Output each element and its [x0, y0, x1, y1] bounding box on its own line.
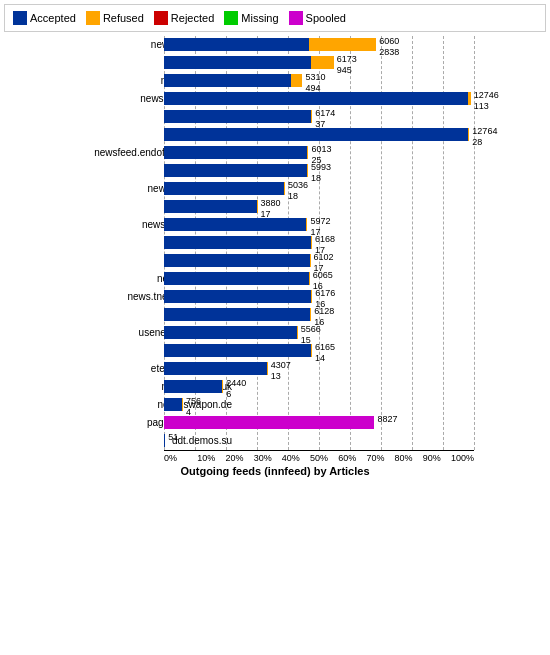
x-axis-label: 80% [390, 453, 418, 463]
legend-refused: Refused [86, 11, 144, 25]
bar-segment [307, 164, 308, 177]
x-axis: 0%10%20%30%40%50%60%70%80%90%100% [164, 450, 474, 463]
bar-area [164, 182, 474, 195]
bar-segment [311, 290, 312, 303]
table-row: newsfeed.xs3.de606516 [4, 270, 546, 287]
bar-segment [164, 362, 267, 375]
missing-swatch [224, 11, 238, 25]
table-row: newsfeed.bofh.team597217 [4, 216, 546, 233]
rejected-swatch [154, 11, 168, 25]
chart-area: news.chmurka.net60602838utnut6173945news… [4, 36, 546, 477]
bar-segment [311, 236, 312, 249]
bar-segment [468, 128, 469, 141]
rejected-label: Rejected [171, 12, 214, 24]
bar-segment [164, 164, 307, 177]
spooled-label: Spooled [306, 12, 346, 24]
bar-segment [164, 92, 468, 105]
legend-missing: Missing [224, 11, 278, 25]
refused-label: Refused [103, 12, 144, 24]
x-axis-label: 50% [305, 453, 333, 463]
bar-segment [267, 362, 268, 375]
table-row: news.ausics.net5310494 [4, 72, 546, 89]
bar-segment [164, 326, 297, 339]
x-axis-label: 10% [192, 453, 220, 463]
bar-segment [164, 218, 306, 231]
accepted-swatch [13, 11, 27, 25]
table-row: utnut6173945 [4, 54, 546, 71]
table-row: news.hispagatos.org12746113 [4, 90, 546, 107]
bar-segment [164, 38, 309, 51]
legend: Accepted Refused Rejected Missing Spoole… [4, 4, 546, 32]
table-row: mb-net.net612816 [4, 306, 546, 323]
bar-segment [182, 398, 183, 411]
table-row: weretis.net388017 [4, 198, 546, 215]
bar-area [164, 92, 474, 105]
bar-segment [306, 218, 307, 231]
table-row: news.nntp4.net1276428 [4, 126, 546, 143]
table-row: paganini.bofh.team8827 [4, 414, 546, 431]
x-axis-label: 0% [164, 453, 192, 463]
chart-container: Accepted Refused Rejected Missing Spoole… [0, 4, 550, 655]
bar-area [164, 398, 474, 411]
bar-segment [309, 38, 377, 51]
legend-rejected: Rejected [154, 11, 214, 25]
bar-segment [311, 344, 312, 357]
table-row: newsfeed.endofthelinebbs.com601325 [4, 144, 546, 161]
bar-segment [311, 110, 312, 123]
bar-segment [164, 344, 311, 357]
x-axis-label: 60% [333, 453, 361, 463]
bar-segment [164, 434, 165, 447]
missing-label: Missing [241, 12, 278, 24]
bar-segment [164, 74, 291, 87]
chart-title: Outgoing feeds (innfeed) by Articles [4, 465, 546, 477]
bar-segment [257, 200, 258, 213]
row-value: 51 [168, 432, 178, 443]
bar-area [164, 362, 474, 375]
bar-segment [164, 254, 310, 267]
bar-segment [164, 128, 468, 141]
x-axis-label: 20% [220, 453, 248, 463]
table-row: nntp.terraraq.uk24406 [4, 378, 546, 395]
x-axis-label: 90% [418, 453, 446, 463]
table-row: news.samoylyk.net503618 [4, 180, 546, 197]
table-row: csiph.com616817 [4, 234, 546, 251]
bar-segment [164, 56, 311, 69]
bar-segment [291, 74, 303, 87]
bar-area [164, 434, 474, 447]
bar-segment [284, 182, 285, 195]
bars-wrapper: news.chmurka.net60602838utnut6173945news… [4, 36, 546, 450]
bar-segment [164, 290, 311, 303]
table-row: news.swapon.de7564 [4, 396, 546, 413]
table-row: news.chmurka.net60602838 [4, 36, 546, 53]
bar-segment [222, 380, 223, 393]
bar-area [164, 38, 474, 51]
bar-segment [310, 308, 311, 321]
bar-segment [311, 56, 334, 69]
bar-area [164, 380, 474, 393]
table-row: news.1d4.us616514 [4, 342, 546, 359]
row-value: 8827 [377, 414, 397, 425]
bar-area [164, 128, 474, 141]
spooled-swatch [289, 11, 303, 25]
bar-area [164, 56, 474, 69]
bar-segment [297, 326, 298, 339]
x-axis-label: 70% [361, 453, 389, 463]
bar-segment [164, 308, 310, 321]
bar-segment [164, 182, 284, 195]
table-row: eternal-september430713 [4, 360, 546, 377]
table-row: ddt.demos.su51 [4, 432, 546, 449]
refused-swatch [86, 11, 100, 25]
bar-segment [164, 200, 257, 213]
bar-segment [164, 110, 311, 123]
bar-segment [309, 272, 310, 285]
table-row: aid.in.ua617437 [4, 108, 546, 125]
table-row: i2pn.org599318 [4, 162, 546, 179]
bar-segment [164, 146, 307, 159]
legend-spooled: Spooled [289, 11, 346, 25]
x-axis-label: 30% [249, 453, 277, 463]
bar-area [164, 200, 474, 213]
bar-segment [164, 272, 309, 285]
table-row: news.quux.org610217 [4, 252, 546, 269]
legend-accepted: Accepted [13, 11, 76, 25]
bar-segment [310, 254, 311, 267]
